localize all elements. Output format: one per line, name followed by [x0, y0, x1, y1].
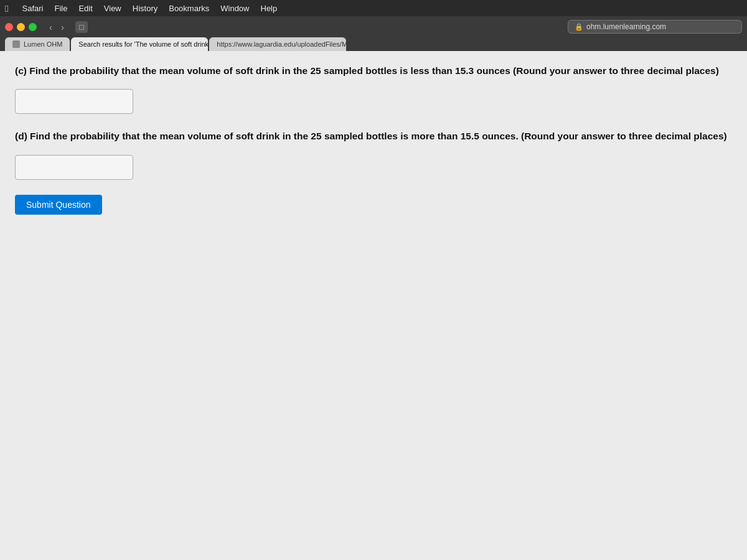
- close-button[interactable]: [5, 23, 13, 31]
- tab-search-results[interactable]: Search results for 'The volume of soft d…: [71, 37, 208, 51]
- tab-label-lumen: Lumen OHM: [24, 40, 62, 48]
- nav-buttons: ‹ ›: [45, 21, 68, 34]
- back-button[interactable]: ‹: [45, 21, 56, 34]
- browser-content-area: (c) Find the probability that the mean v…: [0, 51, 747, 560]
- maximize-button[interactable]: [29, 23, 37, 31]
- address-text: ohm.lumenlearning.com: [586, 22, 666, 31]
- browser-chrome: ‹ › □ 🔒 ohm.lumenlearning.com Lumen OHM …: [0, 16, 747, 51]
- address-bar[interactable]: 🔒 ohm.lumenlearning.com: [568, 20, 742, 34]
- sidebar-toggle-button[interactable]: □: [75, 21, 88, 33]
- browser-window:  Safari File Edit View History Bookmark…: [0, 0, 747, 560]
- help-menu[interactable]: Help: [261, 4, 278, 13]
- lock-icon: 🔒: [575, 23, 583, 31]
- answer-input-d[interactable]: [15, 155, 133, 180]
- edit-menu[interactable]: Edit: [78, 4, 92, 13]
- apple-menu[interactable]: : [5, 3, 8, 14]
- tab-lumen-ohm[interactable]: Lumen OHM: [5, 37, 70, 51]
- bookmarks-menu[interactable]: Bookmarks: [169, 4, 209, 13]
- tab-favicon-lumen: [12, 40, 20, 48]
- tab-label-search: Search results for 'The volume of soft d…: [78, 40, 208, 48]
- page-content: (c) Find the probability that the mean v…: [0, 51, 747, 560]
- question-d-text: (d) Find the probability that the mean v…: [15, 129, 732, 143]
- traffic-lights: [5, 23, 37, 31]
- tabs-row: Lumen OHM Search results for 'The volume…: [5, 37, 742, 51]
- answer-input-c[interactable]: [15, 89, 133, 114]
- tab-laguardia[interactable]: https://www.laguardia.edu/uploadedFiles/…: [209, 37, 346, 51]
- submit-question-button[interactable]: Submit Question: [15, 195, 102, 215]
- question-c-text: (c) Find the probability that the mean v…: [15, 63, 732, 78]
- safari-menu[interactable]: Safari: [22, 4, 43, 13]
- file-menu[interactable]: File: [54, 4, 67, 13]
- tab-label-laguardia: https://www.laguardia.edu/uploadedFiles/…: [217, 40, 346, 48]
- forward-button[interactable]: ›: [57, 21, 68, 34]
- browser-toolbar: ‹ › □ 🔒 ohm.lumenlearning.com: [5, 20, 742, 34]
- menu-bar:  Safari File Edit View History Bookmark…: [0, 0, 747, 16]
- history-menu[interactable]: History: [133, 4, 157, 13]
- window-menu[interactable]: Window: [220, 4, 249, 13]
- minimize-button[interactable]: [17, 23, 25, 31]
- view-menu[interactable]: View: [104, 4, 121, 13]
